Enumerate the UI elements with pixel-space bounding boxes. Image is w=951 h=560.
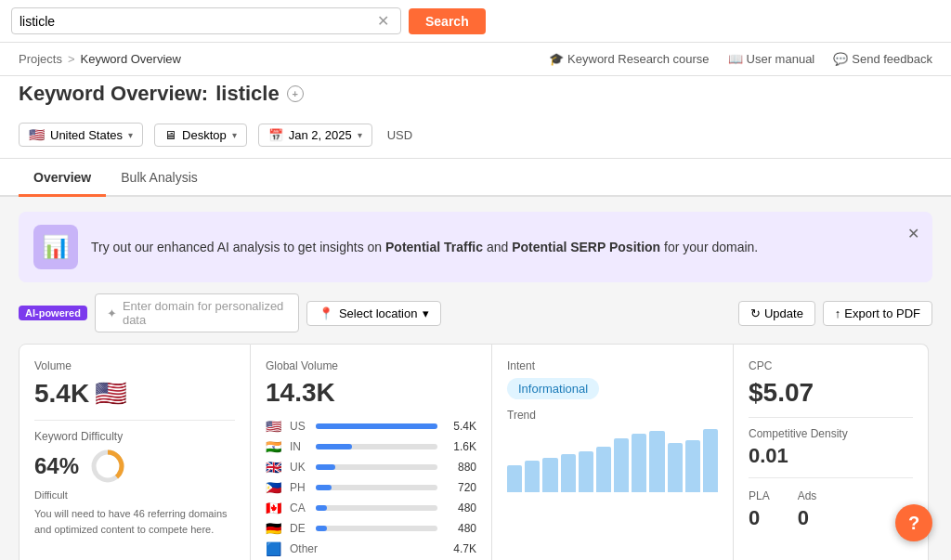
comp-density-label: Competitive Density (749, 427, 913, 440)
volume-num: 720 (443, 481, 476, 494)
trend-bar (579, 451, 593, 492)
cards-grid: Volume 5.4K 🇺🇸 Keyword Difficulty 64% Di… (19, 344, 932, 560)
page-title-keyword: listicle (215, 82, 279, 106)
desktop-icon: 🖥 (164, 128, 176, 142)
info-icon[interactable]: + (287, 85, 304, 102)
export-button[interactable]: ↑ Export to PDF (823, 301, 932, 326)
intent-badge: Informational (507, 378, 599, 399)
intent-label: Intent (507, 359, 718, 372)
global-volume-row: 🇨🇦 CA 480 (266, 501, 476, 515)
trend-label: Trend (507, 409, 718, 422)
filters-row: 🇺🇸 United States ▾ 🖥 Desktop ▾ 📅 Jan 2, … (0, 115, 951, 159)
page-title-prefix: Keyword Overview: (19, 82, 208, 106)
trend-bar (561, 454, 576, 492)
course-link[interactable]: 🎓 Keyword Research course (549, 52, 709, 66)
feedback-link-label: Send feedback (852, 52, 932, 66)
volume-bar-wrap (316, 526, 437, 531)
update-button[interactable]: ↻ Update (738, 301, 815, 326)
cpc-value: $5.07 (749, 378, 913, 408)
trend-bar (525, 461, 540, 492)
location-chevron-icon: ▾ (128, 130, 133, 140)
search-button[interactable]: Search (409, 8, 486, 34)
country-flag-icon: 🇺🇸 (266, 419, 284, 434)
location-filter[interactable]: 🇺🇸 United States ▾ (19, 123, 143, 147)
country-code: CA (290, 501, 310, 514)
difficulty-sublabel: Difficult (34, 489, 235, 501)
ai-badge: AI-powered (19, 306, 87, 320)
country-code: UK (290, 461, 310, 474)
volume-bar (316, 444, 352, 449)
volume-difficulty-card: Volume 5.4K 🇺🇸 Keyword Difficulty 64% Di… (19, 344, 251, 560)
close-icon[interactable]: ✕ (907, 225, 919, 242)
global-volume-row: 🇩🇪 DE 480 (266, 521, 476, 536)
volume-num: 480 (443, 501, 476, 514)
global-volume-row: 🇬🇧 UK 880 (266, 460, 476, 475)
device-filter[interactable]: 🖥 Desktop ▾ (154, 124, 247, 147)
search-input[interactable] (20, 14, 377, 29)
breadcrumb-parent[interactable]: Projects (19, 52, 62, 66)
pla-ads-row: PLA 0 Ads 0 (749, 489, 913, 530)
pla-item: PLA 0 (749, 489, 770, 530)
country-flag-icon: 🇨🇦 (266, 501, 284, 515)
intent-trend-card: Intent Informational Trend (492, 344, 734, 560)
controls-left: AI-powered ✦ Enter domain for personaliz… (19, 293, 441, 332)
trend-bars (507, 427, 718, 492)
sparkle-icon: ✦ (107, 306, 117, 320)
country-code: US (290, 420, 310, 433)
volume-num: 1.6K (443, 440, 476, 453)
global-volume-row: 🇮🇳 IN 1.6K (266, 439, 476, 454)
volume-label: Volume (34, 359, 235, 372)
tab-bulk-analysis[interactable]: Bulk Analysis (106, 159, 212, 197)
other-label: Other (290, 542, 437, 555)
trend-bar (614, 438, 629, 492)
global-volume-other-row: 🟦 Other 4.7K (266, 541, 476, 556)
book-icon: 📖 (728, 52, 743, 66)
volume-bar-wrap (316, 444, 437, 449)
graduation-icon: 🎓 (549, 52, 564, 66)
location-pin-icon: 📍 (319, 306, 333, 320)
donut-chart (88, 447, 127, 486)
controls-row: AI-powered ✦ Enter domain for personaliz… (0, 282, 951, 344)
tabs-row: Overview Bulk Analysis (0, 159, 951, 197)
select-location-button[interactable]: 📍 Select location ▾ (306, 301, 442, 326)
us-flag-icon: 🇺🇸 (29, 127, 45, 142)
refresh-icon: ↻ (750, 306, 761, 320)
date-chevron-icon: ▾ (358, 130, 362, 140)
ai-banner-text-middle: and (483, 240, 512, 254)
difficulty-label: Keyword Difficulty (34, 430, 235, 443)
volume-bar (316, 526, 327, 531)
country-code: PH (290, 481, 310, 494)
feedback-link[interactable]: 💬 Send feedback (833, 52, 932, 66)
page-title-row: Keyword Overview: listicle + (0, 76, 951, 115)
course-link-label: Keyword Research course (567, 52, 709, 66)
breadcrumb-separator: > (68, 52, 75, 66)
country-code: DE (290, 522, 310, 535)
help-button[interactable]: ? (895, 504, 932, 541)
domain-input[interactable]: ✦ Enter domain for personalized data (95, 293, 299, 332)
volume-bar-wrap (316, 505, 437, 511)
country-flag-icon: 🇵🇭 (266, 480, 284, 495)
ads-label: Ads (798, 489, 817, 502)
volume-bar-wrap (316, 464, 437, 470)
comp-density-value: 0.01 (749, 444, 913, 468)
pla-label: PLA (749, 489, 770, 502)
tab-overview[interactable]: Overview (19, 159, 106, 197)
select-location-chevron-icon: ▾ (423, 306, 429, 320)
pla-value: 0 (749, 506, 770, 530)
manual-link[interactable]: 📖 User manual (728, 52, 815, 66)
trend-bar (596, 447, 611, 492)
search-bar: ✕ Search (0, 0, 951, 43)
controls-right: ↻ Update ↑ Export to PDF (738, 301, 932, 326)
date-filter[interactable]: 📅 Jan 2, 2025 ▾ (258, 124, 372, 147)
clear-icon[interactable]: ✕ (377, 12, 389, 30)
currency-label: USD (387, 128, 412, 142)
global-volume-value: 14.3K (266, 378, 476, 408)
domain-placeholder-text: Enter domain for personalized data (123, 299, 287, 327)
trend-bar (703, 429, 718, 492)
ai-banner-icon: 📊 (33, 225, 78, 269)
ai-banner-text-after: for your domain. (660, 240, 758, 254)
country-flag-icon: 🇩🇪 (266, 521, 284, 536)
global-volume-label: Global Volume (266, 359, 476, 372)
volume-value: 5.4K 🇺🇸 (34, 378, 235, 409)
volume-bar (316, 505, 327, 511)
